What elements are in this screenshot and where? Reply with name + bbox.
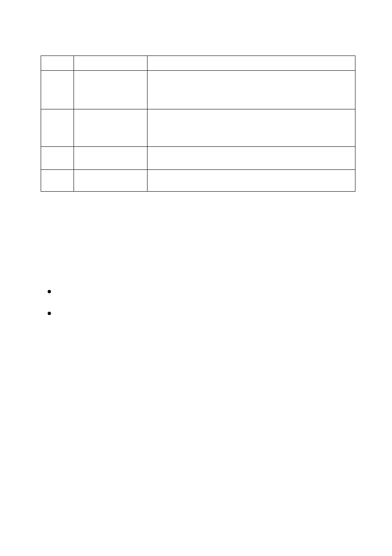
- table-cell: [41, 109, 74, 147]
- table-cell: [148, 170, 355, 192]
- data-table: [41, 56, 355, 192]
- table-row: [41, 71, 355, 109]
- table-cell: [41, 170, 74, 192]
- bullet-list: [48, 288, 56, 317]
- table-row: [41, 109, 355, 147]
- table-cell: [74, 147, 148, 170]
- table-header-cell: [74, 56, 148, 71]
- table-header-cell: [148, 56, 355, 71]
- list-item: [48, 310, 56, 317]
- table-cell: [148, 71, 355, 109]
- table-header-row: [41, 56, 355, 71]
- table-header-cell: [41, 56, 74, 71]
- table-cell: [74, 109, 148, 147]
- table-row: [41, 170, 355, 192]
- table-cell: [74, 71, 148, 109]
- table-cell: [74, 170, 148, 192]
- page: [0, 0, 392, 556]
- table-cell: [41, 147, 74, 170]
- table-cell: [148, 109, 355, 147]
- table-row: [41, 147, 355, 170]
- table-cell: [148, 147, 355, 170]
- table-cell: [41, 71, 74, 109]
- list-item: [48, 288, 56, 295]
